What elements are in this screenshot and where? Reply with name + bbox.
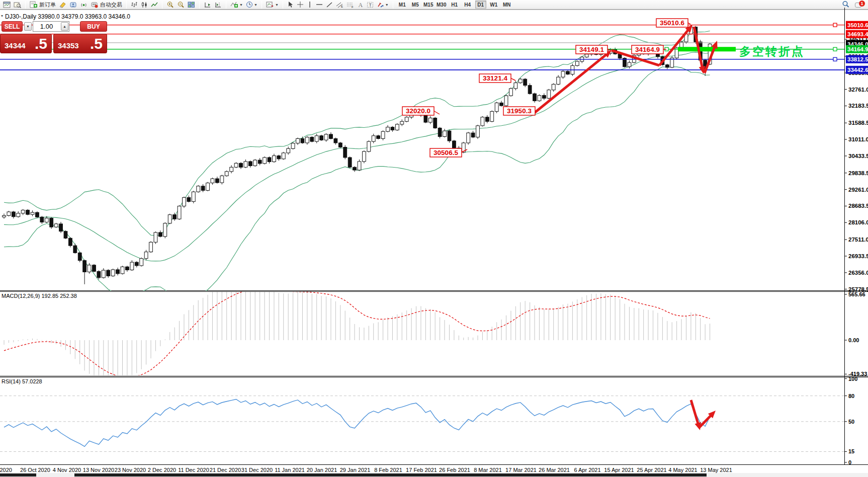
svg-text:35010.6: 35010.6 (847, 22, 868, 28)
macd-histogram (4, 284, 710, 383)
svg-text:31950.3: 31950.3 (507, 107, 532, 115)
price-annotation-30506.5[interactable]: 30506.5 (430, 148, 467, 157)
rsi-pane (0, 396, 844, 452)
bid-integer: 34344 (5, 41, 26, 50)
svg-text:17 Mar 2021: 17 Mar 2021 (505, 467, 537, 473)
svg-text:25 Apr 2021: 25 Apr 2021 (637, 467, 666, 473)
svg-text:34693.4: 34693.4 (847, 31, 868, 37)
svg-text:11 Jan 2021: 11 Jan 2021 (275, 467, 305, 473)
svg-text:13 May 2021: 13 May 2021 (700, 467, 732, 473)
collapse-panel-icon[interactable]: ▾ (1, 14, 3, 18)
macd-label: MACD(12,26,9) 192.85 252.38 (2, 293, 77, 299)
volume-dropdown-button[interactable]: ▼ (24, 22, 32, 31)
bid-decimal: .5 (35, 35, 47, 52)
rsi-label: RSI(14) 57.0228 (2, 378, 42, 384)
turning-point-highlight-bar[interactable] (678, 47, 736, 51)
svg-text:8 Mar 2021: 8 Mar 2021 (474, 467, 502, 473)
line-handle[interactable] (833, 57, 837, 61)
rsi-line (4, 400, 710, 447)
sell-button[interactable]: SELL (2, 21, 23, 32)
volume-increase-button[interactable]: ▲ (61, 22, 68, 31)
time-axis: 15 Oct 202026 Oct 20204 Nov 202013 Nov 2… (0, 467, 732, 473)
svg-text:32020.0: 32020.0 (406, 107, 430, 115)
svg-text:35010.6: 35010.6 (660, 19, 684, 27)
svg-text:15: 15 (848, 448, 854, 454)
svg-text:34164.9: 34164.9 (635, 46, 660, 53)
svg-text:29 Jan 2021: 29 Jan 2021 (340, 467, 371, 473)
price-annotation-35010.6[interactable]: 35010.6 (656, 19, 690, 27)
svg-text:11 Dec 2020: 11 Dec 2020 (178, 467, 209, 473)
svg-text:26933.5: 26933.5 (848, 253, 868, 259)
svg-text:23 Nov 2020: 23 Nov 2020 (115, 467, 146, 473)
turning-point-annotation[interactable]: 多空转折点 (739, 44, 805, 59)
trend-arrow[interactable] (691, 400, 699, 426)
svg-text:28106.0: 28106.0 (848, 219, 868, 225)
svg-text:33121.4: 33121.4 (483, 74, 507, 82)
price-annotation-34164.9[interactable]: 34164.9 (632, 45, 666, 54)
svg-text:26 Oct 2020: 26 Oct 2020 (20, 467, 50, 473)
svg-text:21 Dec 2020: 21 Dec 2020 (210, 467, 241, 473)
svg-text:29838.5: 29838.5 (848, 170, 868, 176)
bollinger-middle-band (4, 52, 710, 261)
line-handle[interactable] (833, 23, 837, 27)
price-annotation-32020.0[interactable]: 32020.0 (402, 107, 440, 115)
line-handle[interactable] (833, 47, 837, 51)
main-price-pane: 32020.030506.533121.431950.334149.134164… (0, 19, 844, 299)
mt4-window: 新订单 自动交易 (0, 0, 868, 477)
macd-signal-line (4, 289, 710, 377)
svg-text:15 Apr 2021: 15 Apr 2021 (604, 467, 634, 473)
bollinger-lower-band (4, 67, 710, 299)
svg-text:4 May 2021: 4 May 2021 (668, 467, 697, 473)
svg-text:33442.6: 33442.6 (847, 67, 868, 73)
svg-text:6 Apr 2021: 6 Apr 2021 (574, 467, 600, 473)
svg-text:2 Dec 2020: 2 Dec 2020 (148, 467, 176, 473)
macd-pane (4, 284, 710, 383)
ask-integer: 34353 (58, 41, 79, 50)
svg-text:31011.0: 31011.0 (848, 136, 868, 142)
ask-decimal: .5 (90, 35, 103, 52)
svg-text:30506.5: 30506.5 (433, 149, 458, 156)
svg-text:8 Feb 2021: 8 Feb 2021 (374, 467, 402, 473)
svg-text:15 Oct 2020: 15 Oct 2020 (0, 467, 12, 473)
chart-title: DJ30-,Daily 33980.0 34379.0 33963.0 3434… (5, 13, 130, 20)
svg-text:0.00: 0.00 (848, 337, 859, 343)
svg-text:0: 0 (848, 459, 851, 465)
svg-text:13 Nov 2020: 13 Nov 2020 (83, 467, 114, 473)
candlestick-series (3, 25, 712, 284)
svg-text:31588.5: 31588.5 (848, 120, 868, 126)
svg-text:4 Nov 2020: 4 Nov 2020 (53, 467, 81, 473)
chart-area[interactable]: 32020.030506.533121.431950.334149.134164… (0, 0, 868, 477)
svg-text:100: 100 (848, 376, 857, 382)
svg-text:34149.1: 34149.1 (579, 46, 604, 53)
svg-text:30433.5: 30433.5 (848, 153, 868, 159)
svg-text:33812.5: 33812.5 (847, 56, 868, 62)
ask-price-button[interactable]: 34353 .5 (53, 34, 107, 53)
svg-text:565.66: 565.66 (848, 291, 865, 297)
svg-text:29261.0: 29261.0 (848, 187, 868, 193)
svg-text:34164.9: 34164.9 (847, 46, 868, 52)
svg-text:32761.0: 32761.0 (848, 87, 868, 93)
svg-text:20 Jan 2021: 20 Jan 2021 (307, 467, 337, 473)
price-annotation-31950.3[interactable]: 31950.3 (503, 107, 536, 115)
svg-text:31 Dec 2020: 31 Dec 2020 (241, 467, 273, 473)
svg-text:27511.0: 27511.0 (848, 236, 868, 243)
svg-text:80: 80 (848, 393, 854, 399)
price-annotation-33121.4[interactable]: 33121.4 (479, 74, 515, 83)
bollinger-upper-band (4, 31, 710, 236)
svg-text:26356.0: 26356.0 (848, 270, 868, 276)
price-annotation-34149.1[interactable]: 34149.1 (576, 45, 611, 54)
buy-button[interactable]: BUY (80, 21, 107, 32)
svg-text:17 Feb 2021: 17 Feb 2021 (406, 467, 437, 473)
svg-text:26 Feb 2021: 26 Feb 2021 (439, 467, 470, 473)
svg-text:32183.5: 32183.5 (848, 103, 868, 109)
bid-price-button[interactable]: 34344 .5 (0, 34, 52, 53)
svg-text:50: 50 (848, 419, 854, 425)
svg-text:28683.5: 28683.5 (848, 203, 868, 209)
price-axis: 34511.033916.033336.532761.032183.531588… (844, 21, 868, 465)
trend-arrow[interactable] (535, 53, 608, 113)
svg-text:26 Mar 2021: 26 Mar 2021 (539, 467, 570, 473)
